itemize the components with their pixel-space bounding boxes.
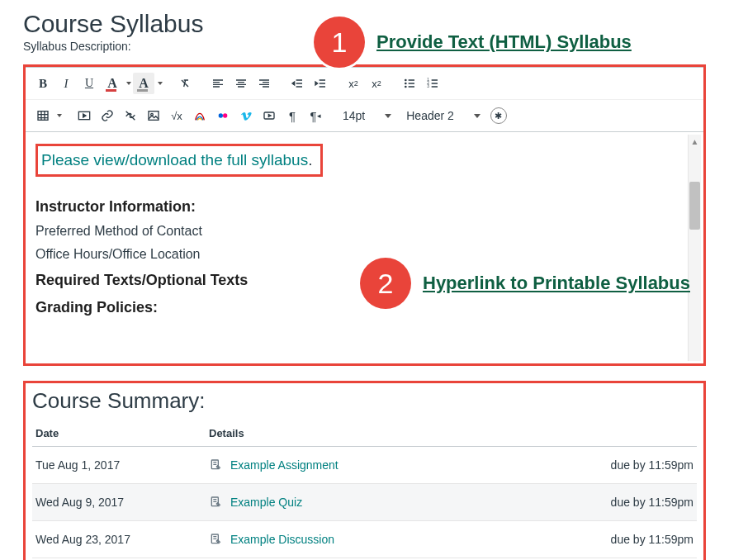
- assignment-icon: [209, 533, 222, 546]
- indent-button[interactable]: [310, 73, 331, 94]
- text-color-caret[interactable]: [126, 82, 131, 85]
- media-button[interactable]: [73, 105, 95, 126]
- rtl-button[interactable]: ¶◂: [305, 105, 326, 126]
- editor-highlight-box: B I U A A x2: [23, 64, 706, 366]
- chevron-down-icon: [385, 114, 391, 118]
- assignment-date: Tue Aug 1, 2017: [32, 447, 206, 484]
- svg-rect-8: [149, 112, 159, 121]
- scrollbar-up-arrow[interactable]: ▲: [689, 135, 700, 147]
- svg-point-10: [219, 113, 223, 117]
- assignment-title: Example Quiz: [230, 496, 302, 509]
- link-suffix: .: [308, 151, 312, 168]
- italic-button[interactable]: I: [55, 73, 77, 94]
- align-left-button[interactable]: [207, 73, 229, 94]
- annotation-badge-2: 2: [360, 258, 411, 309]
- rich-text-toolbar: B I U A A x2: [26, 67, 703, 132]
- bg-color-caret[interactable]: [158, 82, 163, 85]
- kaltura-button[interactable]: [189, 105, 211, 126]
- annotation-2: 2 Hyperlink to Printable Syllabus: [360, 258, 690, 309]
- assignment-title: Example Assignment: [230, 458, 338, 472]
- image-button[interactable]: [143, 105, 164, 126]
- table-row: Wed Aug 9, 2017 Example Quiz due by 11:5…: [32, 484, 697, 521]
- assignment-title: Example Discussion: [230, 533, 334, 546]
- course-summary-title: Course Summary:: [32, 388, 697, 414]
- svg-point-11: [223, 113, 227, 117]
- table-row: Wed Aug 23, 2017 Example Discussion due …: [32, 521, 697, 558]
- link-button[interactable]: [97, 105, 118, 126]
- font-size-select[interactable]: 14pt: [338, 107, 396, 124]
- assignment-due: due by 11:59pm: [573, 484, 697, 521]
- svg-point-1: [405, 83, 406, 83]
- svg-point-0: [405, 79, 406, 80]
- outdent-button[interactable]: [286, 73, 308, 94]
- annotation-link-2[interactable]: Hyperlink to Printable Syllabus: [423, 273, 690, 294]
- underline-button[interactable]: U: [78, 73, 100, 94]
- rich-text-editor[interactable]: ▲ Please view/download the full syllabus…: [26, 132, 703, 363]
- annotation-link-1[interactable]: Provide Text (HTML) Syllabus: [376, 31, 632, 53]
- text-preferred-contact: Preferred Method of Contact: [36, 224, 693, 239]
- align-center-button[interactable]: [230, 73, 252, 94]
- vimeo-button[interactable]: [235, 105, 257, 126]
- superscript-button[interactable]: x2: [343, 73, 364, 94]
- heading-instructor-info: Instructor Information:: [36, 198, 693, 216]
- youtube-button[interactable]: [258, 105, 280, 126]
- unlink-button[interactable]: [120, 105, 141, 126]
- syllabus-link-highlight: Please view/download the full syllabus.: [36, 144, 323, 177]
- assignment-due: due by 11:59pm: [573, 521, 697, 558]
- number-list-button[interactable]: 123: [422, 73, 443, 94]
- table-row: Tue Aug 1, 2017 Example Assignment due b…: [32, 447, 697, 484]
- table-caret[interactable]: [57, 114, 62, 117]
- assignment-date: Wed Aug 9, 2017: [32, 484, 206, 521]
- equation-button[interactable]: √x: [166, 105, 187, 126]
- align-right-button[interactable]: [253, 73, 275, 94]
- summary-highlight-box: Course Summary: 3 Add Assignments w/ Due…: [23, 381, 706, 560]
- syllabus-download-link[interactable]: Please view/download the full syllabus: [41, 151, 308, 168]
- assignment-icon: [209, 496, 222, 509]
- clear-formatting-button[interactable]: [174, 73, 196, 94]
- font-size-value: 14pt: [343, 109, 365, 122]
- paragraph-format-value: Header 2: [406, 109, 454, 122]
- annotation-1: 1 Provide Text (HTML) Syllabus: [314, 17, 632, 68]
- assignment-link[interactable]: Example Quiz: [209, 496, 570, 509]
- subscript-button[interactable]: x2: [366, 73, 387, 94]
- assignment-icon: [209, 458, 222, 472]
- svg-rect-6: [38, 112, 48, 121]
- bullet-list-button[interactable]: [399, 73, 420, 94]
- bold-button[interactable]: B: [32, 73, 54, 94]
- ltr-button[interactable]: ¶: [282, 105, 303, 126]
- col-header-date[interactable]: Date: [32, 422, 206, 447]
- flickr-button[interactable]: [212, 105, 234, 126]
- scrollbar-thumb[interactable]: [689, 182, 700, 230]
- text-color-button[interactable]: A: [102, 73, 123, 94]
- annotation-badge-1: 1: [314, 17, 365, 68]
- col-header-details[interactable]: Details: [206, 422, 573, 447]
- assignment-link[interactable]: Example Discussion: [209, 533, 570, 546]
- assignment-due: due by 11:59pm: [573, 447, 697, 484]
- paragraph-format-select[interactable]: Header 2: [401, 107, 485, 124]
- assignment-link[interactable]: Example Assignment: [209, 458, 570, 472]
- svg-text:3: 3: [427, 84, 429, 88]
- bg-color-button[interactable]: A: [133, 73, 154, 94]
- svg-point-2: [405, 86, 406, 87]
- chevron-down-icon: [474, 114, 480, 118]
- assignments-table: Date Details Tue Aug 1, 2017 Example Ass…: [32, 422, 697, 558]
- accessibility-checker-button[interactable]: ✱: [490, 107, 507, 124]
- assignment-date: Wed Aug 23, 2017: [32, 521, 206, 558]
- table-button[interactable]: [32, 105, 54, 126]
